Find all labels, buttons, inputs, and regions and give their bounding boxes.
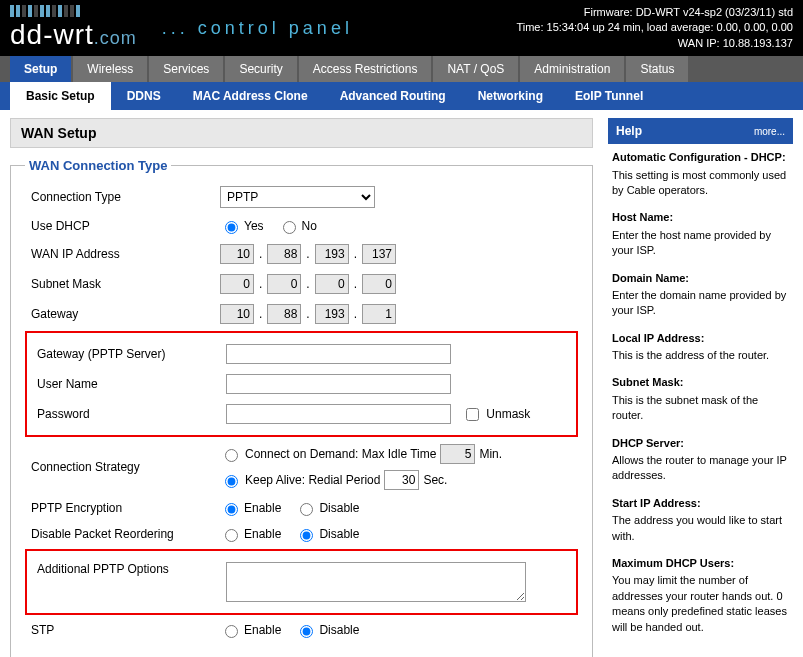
page-title: WAN Setup <box>10 118 593 148</box>
top-info: Firmware: DD-WRT v24-sp2 (03/23/11) std … <box>516 5 793 51</box>
subnet-4 <box>362 274 396 294</box>
help-item-desc: The address you would like to start with… <box>612 514 782 541</box>
connection-type-label: Connection Type <box>25 190 220 204</box>
wan-ip-label: WAN IP Address <box>25 247 220 261</box>
wan-ip-1 <box>220 244 254 264</box>
stp-label: STP <box>25 623 220 637</box>
help-item-title: DHCP Server: <box>612 436 789 451</box>
help-item-desc: This is the address of the router. <box>612 349 769 361</box>
gateway-3 <box>315 304 349 324</box>
use-dhcp-no-radio[interactable] <box>283 221 296 234</box>
cod-label: Connect on Demand: Max Idle Time <box>245 447 436 461</box>
tab-setup[interactable]: Setup <box>10 56 71 82</box>
help-item: Host Name:Enter the host name provided b… <box>612 210 789 258</box>
help-item: Local IP Address:This is the address of … <box>612 331 789 364</box>
connection-type-select[interactable]: PPTP <box>220 186 375 208</box>
subtab-advanced-routing[interactable]: Advanced Routing <box>324 82 462 110</box>
tab-status[interactable]: Status <box>626 56 688 82</box>
addl-label: Additional PPTP Options <box>31 562 226 576</box>
help-panel: Help more... Automatic Configuration - D… <box>608 110 803 657</box>
dpr-label: Disable Packet Reordering <box>25 527 220 541</box>
help-item-desc: Enter the domain name provided by your I… <box>612 289 786 316</box>
wan-ip-3 <box>315 244 349 264</box>
addl-options-textarea[interactable] <box>226 562 526 602</box>
tab-nat-qos[interactable]: NAT / QoS <box>433 56 518 82</box>
use-dhcp-label: Use DHCP <box>25 219 220 233</box>
tab-access-restrictions[interactable]: Access Restrictions <box>299 56 432 82</box>
conn-strategy-label: Connection Strategy <box>25 460 220 474</box>
pptp-highlight-box: Gateway (PPTP Server) User Name Password… <box>25 331 578 437</box>
help-item-desc: Allows the router to manage your IP addr… <box>612 454 787 481</box>
firmware-text: Firmware: DD-WRT v24-sp2 (03/23/11) std <box>516 5 793 20</box>
help-body: Automatic Configuration - DHCP:This sett… <box>608 144 793 653</box>
control-panel-label: ... control panel <box>162 18 353 39</box>
subtab-mac-clone[interactable]: MAC Address Clone <box>177 82 324 110</box>
gateway-2 <box>267 304 301 324</box>
help-item-title: Local IP Address: <box>612 331 789 346</box>
subtab-eoip-tunnel[interactable]: EoIP Tunnel <box>559 82 659 110</box>
main-panel: WAN Setup WAN Connection Type Connection… <box>0 110 593 657</box>
main-tabs: Setup Wireless Services Security Access … <box>0 56 803 82</box>
logo-area: dd-wrt.com ... control panel <box>10 5 353 51</box>
addl-highlight-box: Additional PPTP Options <box>25 549 578 615</box>
help-item: Domain Name:Enter the domain name provid… <box>612 271 789 319</box>
dpr-disable-radio[interactable] <box>300 529 313 542</box>
wan-ip-2 <box>267 244 301 264</box>
subtab-ddns[interactable]: DDNS <box>111 82 177 110</box>
time-text: Time: 15:34:04 up 24 min, load average: … <box>516 20 793 35</box>
tab-administration[interactable]: Administration <box>520 56 624 82</box>
use-dhcp-yes-radio[interactable] <box>225 221 238 234</box>
help-item-desc: This setting is most commonly used by Ca… <box>612 169 786 196</box>
ka-label: Keep Alive: Redial Period <box>245 473 380 487</box>
unmask-checkbox[interactable] <box>466 408 479 421</box>
cod-value <box>440 444 475 464</box>
stp-disable-radio[interactable] <box>300 625 313 638</box>
subnet-3 <box>315 274 349 294</box>
help-item-desc: You may limit the number of addresses yo… <box>612 574 787 632</box>
help-item-title: Maximum DHCP Users: <box>612 556 789 571</box>
keep-alive-radio[interactable] <box>225 475 238 488</box>
yes-label: Yes <box>244 219 264 233</box>
unmask-label: Unmask <box>486 407 530 421</box>
no-label: No <box>302 219 317 233</box>
tab-wireless[interactable]: Wireless <box>73 56 147 82</box>
pptp-server-input[interactable] <box>226 344 451 364</box>
help-item-title: Domain Name: <box>612 271 789 286</box>
subnet-1 <box>220 274 254 294</box>
wan-ip-4 <box>362 244 396 264</box>
subnet-label: Subnet Mask <box>25 277 220 291</box>
help-item-desc: This is the subnet mask of the router. <box>612 394 758 421</box>
help-item: Subnet Mask:This is the subnet mask of t… <box>612 375 789 423</box>
subtab-networking[interactable]: Networking <box>462 82 559 110</box>
connect-on-demand-radio[interactable] <box>225 449 238 462</box>
help-item: Start IP Address:The address you would l… <box>612 496 789 544</box>
tab-services[interactable]: Services <box>149 56 223 82</box>
password-input[interactable] <box>226 404 451 424</box>
help-item: DHCP Server:Allows the router to manage … <box>612 436 789 484</box>
username-input[interactable] <box>226 374 451 394</box>
pptp-server-label: Gateway (PPTP Server) <box>31 347 226 361</box>
help-item-title: Start IP Address: <box>612 496 789 511</box>
password-label: Password <box>31 407 226 421</box>
help-item: Automatic Configuration - DHCP:This sett… <box>612 150 789 198</box>
help-more-link[interactable]: more... <box>754 126 785 137</box>
pptp-enc-enable-radio[interactable] <box>225 503 238 516</box>
header: dd-wrt.com ... control panel Firmware: D… <box>0 0 803 56</box>
wan-fieldset: WAN Connection Type Connection Type PPTP… <box>10 158 593 657</box>
pptp-enc-disable-radio[interactable] <box>300 503 313 516</box>
sub-tabs: Basic Setup DDNS MAC Address Clone Advan… <box>0 82 803 110</box>
gateway-label: Gateway <box>25 307 220 321</box>
subtab-basic-setup[interactable]: Basic Setup <box>10 82 111 110</box>
cod-unit: Min. <box>479 447 502 461</box>
tab-security[interactable]: Security <box>225 56 296 82</box>
gateway-4 <box>362 304 396 324</box>
logo-bars-icon <box>10 5 137 17</box>
pptp-enc-label: PPTP Encryption <box>25 501 220 515</box>
wan-ip-text: WAN IP: 10.88.193.137 <box>516 36 793 51</box>
subnet-2 <box>267 274 301 294</box>
help-item-title: Subnet Mask: <box>612 375 789 390</box>
stp-enable-radio[interactable] <box>225 625 238 638</box>
dpr-enable-radio[interactable] <box>225 529 238 542</box>
ka-value[interactable] <box>384 470 419 490</box>
help-item-title: Host Name: <box>612 210 789 225</box>
